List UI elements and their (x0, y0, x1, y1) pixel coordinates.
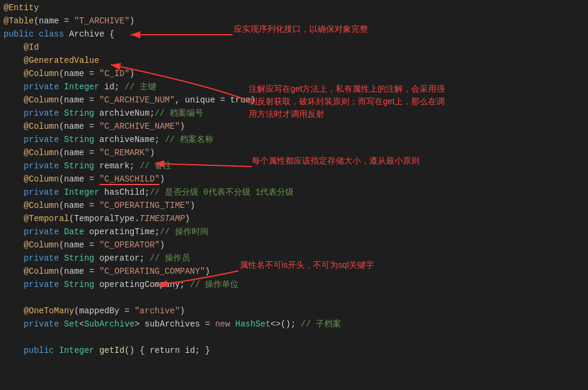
code-text: private Integer hasChild;// 是否分级 0代表不分级 … (4, 186, 583, 199)
code-text: public class Archive { (4, 28, 583, 41)
code-line: @GeneratedValue (0, 54, 588, 67)
code-text: @Temporal(TemporalType.TIMESTAMP) (4, 212, 583, 225)
code-line: private String remark; // 备注 (0, 159, 588, 173)
code-line: @Column(name = "C_HASCHILD") (0, 173, 588, 186)
code-line: @Column(name = "C_OPERATOR") (0, 238, 588, 252)
code-line: private String archiveNum;// 档案编号 (0, 107, 588, 120)
code-line: @Column(name = "C_ARCHIVE_NAME") (0, 120, 588, 133)
code-text: @Column(name = "C_OPERATING_COMPANY") (4, 265, 583, 278)
code-text: @GeneratedValue (4, 54, 583, 67)
code-line: @OneToMany(mappedBy = "archive") (0, 304, 588, 318)
code-text: @Column(name = "C_OPERATING_TIME") (4, 199, 583, 212)
code-line: private String operator; // 操作员 (0, 252, 588, 265)
code-text: @Table(name = "T_ARCHIVE") (4, 14, 583, 28)
code-line: private Integer hasChild;// 是否分级 0代表不分级 … (0, 186, 588, 199)
code-line (0, 331, 588, 344)
code-line: @Column(name = "C_REMARK") (0, 146, 588, 159)
code-text: @OneToMany(mappedBy = "archive") (4, 304, 583, 318)
code-lines: @Entity@Table(name = "T_ARCHIVE")public … (0, 0, 588, 390)
code-line: @Table(name = "T_ARCHIVE") (0, 14, 588, 28)
code-line: @Temporal(TemporalType.TIMESTAMP) (0, 212, 588, 225)
code-text: @Column(name = "C_ARCHIVE_NAME") (4, 120, 583, 133)
code-text: @Column(name = "C_REMARK") (4, 146, 583, 159)
code-line: public class Archive { (0, 28, 588, 41)
code-line: @Entity (0, 1, 588, 14)
code-editor: @Entity@Table(name = "T_ARCHIVE")public … (0, 0, 588, 390)
code-line: private Set<SubArchive> subArchives = ne… (0, 318, 588, 331)
code-text: @Column(name = "C_OPERATOR") (4, 238, 583, 252)
code-line: @Column(name = "C_ARCHIVE_NUM", unique =… (0, 93, 588, 107)
code-text: private String operator; // 操作员 (4, 252, 583, 265)
code-line: @Id (0, 41, 588, 54)
code-text: private String remark; // 备注 (4, 159, 583, 173)
code-text: private Set<SubArchive> subArchives = ne… (4, 318, 583, 331)
code-text: private String archiveNum;// 档案编号 (4, 107, 583, 120)
code-line: private String operatingCompany; // 操作单位 (0, 278, 588, 291)
code-line: private Date operatingTime;// 操作时间 (0, 225, 588, 238)
code-text: private Date operatingTime;// 操作时间 (4, 225, 583, 238)
code-text: private String archiveName; // 档案名称 (4, 133, 583, 146)
code-text: private String operatingCompany; // 操作单位 (4, 278, 583, 291)
code-line: public Integer getId() { return id; } (0, 344, 588, 357)
code-text: @Id (4, 41, 583, 54)
code-text: @Column(name = "C_ID") (4, 67, 583, 80)
code-line: @Column(name = "C_OPERATING_COMPANY") (0, 265, 588, 278)
code-text: public Integer getId() { return id; } (4, 344, 583, 357)
code-text: @Entity (4, 1, 583, 14)
code-text: private Integer id; // 主键 (4, 80, 583, 93)
code-text: @Column(name = "C_HASCHILD") (4, 173, 583, 186)
code-line: @Column(name = "C_OPERATING_TIME") (0, 199, 588, 212)
code-line: private String archiveName; // 档案名称 (0, 133, 588, 146)
code-text: @Column(name = "C_ARCHIVE_NUM", unique =… (4, 93, 583, 107)
code-line: @Column(name = "C_ID") (0, 67, 588, 80)
code-line: private Integer id; // 主键 (0, 80, 588, 93)
code-line (0, 291, 588, 304)
